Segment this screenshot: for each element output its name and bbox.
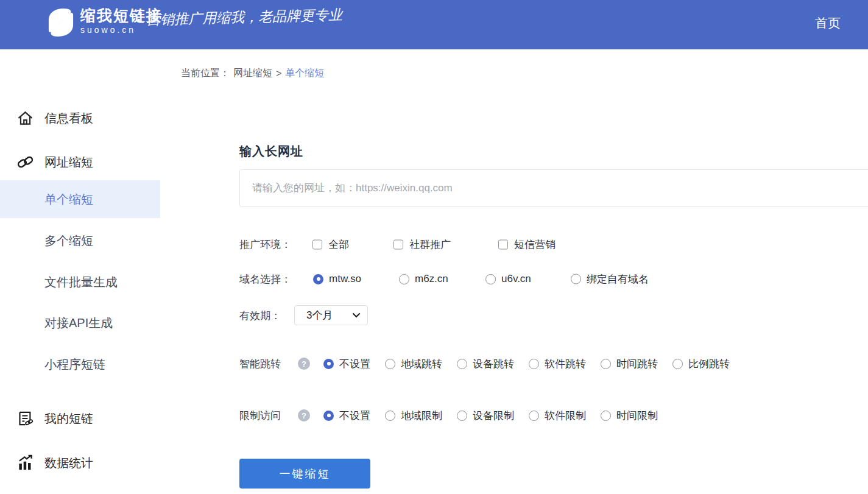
shorten-submit-button[interactable]: 一键缩短 <box>239 459 370 489</box>
checkbox-option-sms[interactable]: 短信营销 <box>498 238 556 252</box>
checkbox-label: 社群推广 <box>409 238 451 252</box>
radio-label: 绑定自有域名 <box>587 272 649 286</box>
radio-icon-checked[interactable] <box>323 359 334 369</box>
help-question-icon[interactable]: ? <box>298 358 310 370</box>
checkbox-label: 短信营销 <box>514 238 556 252</box>
chevron-down-icon <box>353 313 360 318</box>
radio-label: 软件跳转 <box>545 357 586 371</box>
radio-icon[interactable] <box>457 411 467 421</box>
radio-option-geo-restrict[interactable]: 地域限制 <box>385 409 442 423</box>
radio-icon[interactable] <box>385 359 395 369</box>
validity-label: 有效期： <box>239 308 281 322</box>
restrict-access-label: 限制访问 <box>239 409 281 423</box>
sidebar-item-miniprogram-link[interactable]: 小程序短链 <box>0 345 160 383</box>
radio-label: 时间限制 <box>616 409 658 423</box>
checkbox-icon[interactable] <box>393 239 403 249</box>
restrict-access-row: 限制访问 ? 不设置 地域限制 设备限制 软件限制 时间限制 <box>239 405 867 426</box>
radio-icon-checked[interactable] <box>323 411 334 421</box>
radio-label: 比例跳转 <box>688 357 730 371</box>
checkbox-icon[interactable] <box>498 239 508 249</box>
radio-label: 设备限制 <box>473 409 514 423</box>
validity-select[interactable]: 3个月 <box>294 305 368 325</box>
breadcrumb-separator: > <box>276 68 281 79</box>
sidebar: 信息看板 网址缩短 单个缩短 多个缩短 文件批量生成 对接API生成 小程序短链… <box>0 49 160 494</box>
radio-label: 不设置 <box>339 357 370 371</box>
checkbox-label: 全部 <box>328 238 349 252</box>
radio-option-custom-domain[interactable]: 绑定自有域名 <box>571 272 649 286</box>
breadcrumb-current-link[interactable]: 单个缩短 <box>285 67 324 80</box>
radio-icon-checked[interactable] <box>313 274 323 284</box>
radio-option-software-jump[interactable]: 软件跳转 <box>529 357 586 371</box>
radio-icon[interactable] <box>385 411 395 421</box>
radio-option-device-restrict[interactable]: 设备限制 <box>457 409 514 423</box>
page-title: 输入长网址 <box>239 143 303 160</box>
radio-option-geo-jump[interactable]: 地域跳转 <box>385 357 442 371</box>
sidebar-item-dashboard[interactable]: 信息看板 <box>0 99 160 137</box>
radio-icon[interactable] <box>485 274 496 284</box>
smart-jump-options: 不设置 地域跳转 设备跳转 软件跳转 时间跳转 比例跳转 <box>323 353 730 374</box>
sidebar-item-label: 文件批量生成 <box>44 274 118 291</box>
sidebar-item-label: 多个缩短 <box>44 233 93 249</box>
bar-chart-icon <box>17 455 34 471</box>
radio-icon[interactable] <box>571 274 581 284</box>
smart-jump-row: 智能跳转 ? 不设置 地域跳转 设备跳转 软件跳转 时间跳转 比例跳转 <box>239 353 867 374</box>
radio-label: 地域限制 <box>401 409 442 423</box>
radio-icon[interactable] <box>601 359 611 369</box>
restrict-access-options: 不设置 地域限制 设备限制 软件限制 时间限制 <box>323 405 658 426</box>
header-tagline: 营销推广用缩我，老品牌更专业 <box>146 4 390 29</box>
radio-option-mtw-so[interactable]: mtw.so <box>313 273 361 285</box>
radio-option-device-jump[interactable]: 设备跳转 <box>457 357 514 371</box>
breadcrumb-prefix: 当前位置： <box>181 67 230 80</box>
logo-dot-separator: · <box>136 11 142 30</box>
radio-option-m6z-cn[interactable]: m6z.cn <box>399 273 448 285</box>
radio-option-no-setting[interactable]: 不设置 <box>323 357 370 371</box>
sidebar-item-file-batch[interactable]: 文件批量生成 <box>0 263 160 301</box>
radio-label: 时间跳转 <box>616 357 658 371</box>
document-link-icon <box>17 411 34 427</box>
sidebar-item-label: 数据统计 <box>44 455 93 471</box>
radio-option-software-restrict[interactable]: 软件限制 <box>529 409 586 423</box>
promo-env-label: 推广环境： <box>239 238 291 252</box>
checkbox-option-all[interactable]: 全部 <box>312 238 349 252</box>
sidebar-item-label: 网址缩短 <box>44 154 93 171</box>
promo-env-row: 推广环境： 全部 社群推广 短信营销 <box>239 234 867 255</box>
sidebar-item-label: 小程序短链 <box>44 356 105 373</box>
radio-icon[interactable] <box>672 359 683 369</box>
long-url-input[interactable] <box>239 169 868 207</box>
breadcrumb-section-link[interactable]: 网址缩短 <box>233 67 272 80</box>
sidebar-item-statistics[interactable]: 数据统计 <box>0 444 160 482</box>
radio-option-time-restrict[interactable]: 时间限制 <box>601 409 658 423</box>
sidebar-item-label: 对接API生成 <box>44 315 113 331</box>
sidebar-item-url-shorten[interactable]: 网址缩短 <box>0 143 160 181</box>
sidebar-item-label: 我的短链 <box>44 411 93 427</box>
link-icon <box>17 154 34 171</box>
radio-option-u6v-cn[interactable]: u6v.cn <box>485 273 531 285</box>
sidebar-item-multi-shorten[interactable]: 多个缩短 <box>0 222 160 259</box>
radio-label: u6v.cn <box>501 273 531 285</box>
sidebar-item-single-shorten[interactable]: 单个缩短 <box>0 180 160 218</box>
radio-icon[interactable] <box>399 274 409 284</box>
nav-home-link[interactable]: 首页 <box>815 15 841 32</box>
radio-icon[interactable] <box>457 359 467 369</box>
header: 缩我短链接 suowo.cn · 营销推广用缩我，老品牌更专业 首页 <box>0 0 868 49</box>
validity-row: 有效期： 3个月 <box>239 305 483 325</box>
help-question-icon[interactable]: ? <box>298 409 310 422</box>
radio-label: 设备跳转 <box>473 357 514 371</box>
radio-option-ratio-jump[interactable]: 比例跳转 <box>672 357 730 371</box>
checkbox-option-community[interactable]: 社群推广 <box>393 238 451 252</box>
sidebar-item-label: 信息看板 <box>44 110 93 127</box>
radio-label: 不设置 <box>339 409 370 423</box>
radio-option-time-jump[interactable]: 时间跳转 <box>601 357 658 371</box>
radio-icon[interactable] <box>601 411 611 421</box>
sidebar-item-my-links[interactable]: 我的短链 <box>0 400 160 437</box>
sidebar-item-label: 单个缩短 <box>44 191 93 208</box>
radio-icon[interactable] <box>529 411 539 421</box>
radio-icon[interactable] <box>529 359 539 369</box>
sidebar-item-api-generate[interactable]: 对接API生成 <box>0 304 160 342</box>
checkbox-icon[interactable] <box>312 239 322 249</box>
radio-option-no-setting[interactable]: 不设置 <box>323 409 370 423</box>
radio-label: 地域跳转 <box>401 357 442 371</box>
radio-label: mtw.so <box>329 273 361 285</box>
validity-select-value: 3个月 <box>306 308 333 322</box>
suowo-logo-icon[interactable] <box>48 8 74 37</box>
